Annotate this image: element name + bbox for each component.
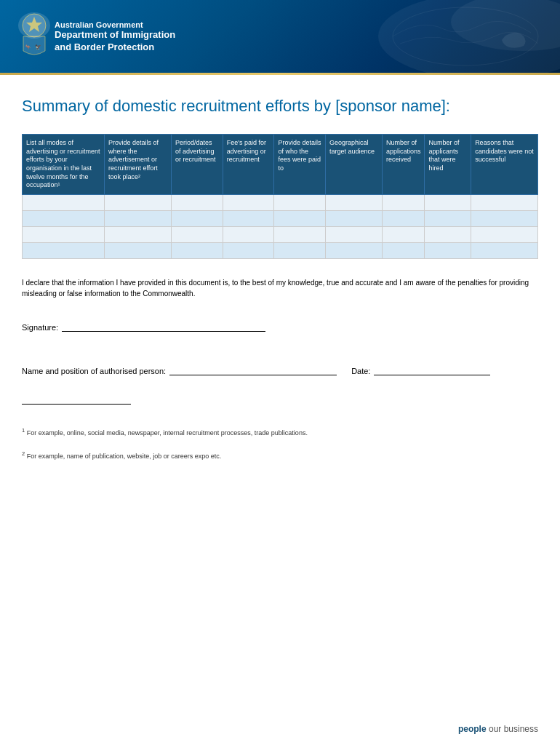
row2-col2 (104, 211, 171, 227)
row3-col4 (223, 227, 274, 243)
row3-col9 (471, 227, 538, 243)
row1-col5 (274, 195, 326, 211)
date-field[interactable] (374, 361, 490, 375)
row4-col2 (104, 243, 171, 259)
row1-col8 (425, 195, 471, 211)
page-footer: people our business (458, 724, 538, 734)
footer-tagline: our business (487, 724, 538, 734)
col-header-4: Fee's paid for advertising or recruitmen… (223, 135, 274, 195)
name-position-field[interactable] (169, 361, 337, 375)
main-content: Summary of domestic recruitment efforts … (0, 75, 560, 487)
row3-col1 (23, 227, 105, 243)
row2-col3 (171, 211, 223, 227)
row1-col2 (104, 195, 171, 211)
svg-text:🦅: 🦅 (35, 44, 41, 50)
row1-col9 (471, 195, 538, 211)
declaration-text: I declare that the information I have pr… (22, 277, 538, 299)
date-field-group: Date: (351, 361, 490, 375)
row3-col2 (104, 227, 171, 243)
svg-point-5 (393, 7, 538, 65)
row2-col7 (382, 211, 425, 227)
coat-of-arms-icon: 🦘 🦅 (15, 11, 55, 62)
footnote-1: 1 For example, online, social media, new… (22, 426, 538, 439)
signature-line: Signature: (22, 317, 538, 332)
name-date-section: Name and position of authorised person: … (22, 361, 538, 375)
declaration-paragraph: I declare that the information I have pr… (22, 277, 538, 299)
row3-col7 (382, 227, 425, 243)
col-header-6: Geographical target audience (326, 135, 383, 195)
col-header-3: Period/dates of advertising or recruitme… (171, 135, 223, 195)
row2-col4 (223, 211, 274, 227)
table-row (23, 211, 538, 227)
row2-col5 (274, 211, 326, 227)
date-label: Date: (351, 367, 370, 375)
row4-col1 (23, 243, 105, 259)
signature-label: Signature: (22, 323, 58, 332)
extra-underline-field (22, 390, 131, 405)
col-header-2: Provide details of where the advertiseme… (104, 135, 171, 195)
row3-col8 (425, 227, 471, 243)
page-title: Summary of domestic recruitment efforts … (22, 97, 538, 116)
name-position-label: Name and position of authorised person: (22, 367, 166, 375)
col-header-8: Number of applicants that were hired (425, 135, 471, 195)
footnote-2: 2 For example, name of publication, webs… (22, 450, 538, 462)
row3-col5 (274, 227, 326, 243)
row2-col8 (425, 211, 471, 227)
government-name: Australian Government (55, 20, 175, 29)
row1-col6 (326, 195, 383, 211)
table-row (23, 195, 538, 211)
logo-text-area: Australian Government Department of Immi… (55, 20, 175, 52)
row2-col9 (471, 211, 538, 227)
row4-col5 (274, 243, 326, 259)
table-row (23, 227, 538, 243)
signature-field[interactable] (62, 317, 265, 332)
footnote-1-text: 1 For example, online, social media, new… (22, 429, 308, 437)
row1-col7 (382, 195, 425, 211)
row4-col7 (382, 243, 425, 259)
row4-col3 (171, 243, 223, 259)
row2-col6 (326, 211, 383, 227)
footer-people: people (458, 724, 487, 734)
department-line1: Department of Immigration (55, 29, 175, 41)
recruitment-table: List all modes of advertising or recruit… (22, 134, 538, 259)
row3-col6 (326, 227, 383, 243)
name-field-group: Name and position of authorised person: (22, 361, 337, 375)
footnotes-section: 1 For example, online, social media, new… (22, 426, 538, 461)
map-decoration-icon (385, 4, 545, 69)
footnote-2-content: For example, name of publication, websit… (27, 453, 222, 460)
table-row (23, 243, 538, 259)
page-header: 🦘 🦅 Australian Government Department of … (0, 0, 560, 73)
col-header-9: Reasons that candidates were not success… (471, 135, 538, 195)
row4-col8 (425, 243, 471, 259)
row4-col4 (223, 243, 274, 259)
col-header-5: Provide details of who the fees were pai… (274, 135, 326, 195)
row3-col3 (171, 227, 223, 243)
row1-col1 (23, 195, 105, 211)
footnote-1-content: For example, online, social media, newsp… (27, 429, 308, 437)
col-header-1: List all modes of advertising or recruit… (23, 135, 105, 195)
row4-col6 (326, 243, 383, 259)
signature-section: Signature: (22, 317, 538, 332)
row1-col3 (171, 195, 223, 211)
row2-col1 (23, 211, 105, 227)
col-header-7: Number of applications received (382, 135, 425, 195)
row1-col4 (223, 195, 274, 211)
department-line2: and Border Protection (55, 41, 175, 52)
row4-col9 (471, 243, 538, 259)
footnote-2-text: 2 For example, name of publication, webs… (22, 453, 221, 460)
svg-text:🦘: 🦘 (25, 44, 31, 50)
